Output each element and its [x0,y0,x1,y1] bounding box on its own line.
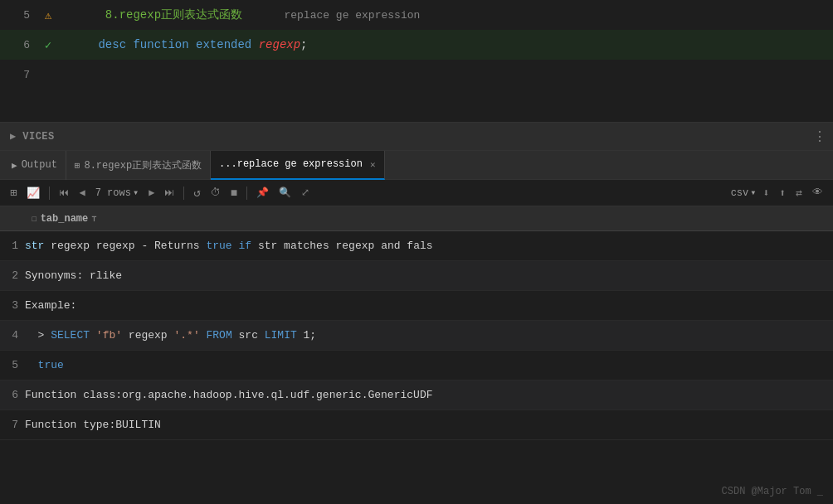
row-count-label: 7 rows [95,187,131,199]
output-tab-icon: ▶ [12,160,17,171]
row-content-3: Example: [25,299,833,312]
watermark: CSDN @Major Tom _ [722,486,823,497]
row-num-4: 4 [0,329,25,342]
col-tab-name-label: tab_name [41,213,89,225]
last-page-btn[interactable]: ⏭ [161,185,178,201]
data-rows: 1 str regexp regexp - Returns true if st… [0,231,833,440]
swap-btn[interactable]: ⇄ [792,185,806,201]
tab-replace[interactable]: ...replace ge expression ✕ [211,151,384,180]
toolbar-sep-1 [49,187,50,200]
line-gutter-6: ✓ [40,38,56,52]
table-row: 2 Synonyms: rlike [0,261,833,291]
row-content-4: > SELECT 'fb' regexp '.*' FROM src LIMIT… [25,329,833,342]
row-num-6: 6 [0,389,25,401]
table-row: 3 Example: [0,291,833,321]
tab-regexp-func[interactable]: ⊞ 8.regexp正则表达式函数 [66,151,211,180]
editor-area: 5 ⚠ 8.regexp正则表达式函数 replace ge expressio… [0,0,833,123]
table-row: 7 Function type:BUILTIN [0,410,833,440]
panel-more-options[interactable]: ⋮ [813,128,826,145]
line-content-6: desc function extended regexp; [56,25,833,65]
tab-output-label: Output [22,159,57,171]
panel-collapse-toggle[interactable]: ▶ [7,128,19,144]
search-btn[interactable]: 🔍 [275,185,295,201]
tab-replace-label: ...replace ge expression [219,158,363,170]
upload-btn[interactable]: ⬆ [776,185,789,201]
csv-dropdown-btn[interactable]: csv ▾ [731,187,757,199]
grid-view-btn[interactable]: ⊞ [7,184,20,201]
kw-extended: extended [196,38,259,51]
table-row: 5 true [0,351,833,380]
download-btn[interactable]: ⬇ [760,185,773,201]
panel-header: ▶ vices ⋮ [0,123,833,151]
table-row: 6 Function class:org.apache.hadoop.hive.… [0,380,833,410]
table-header-row: ☐ tab_name ⊤ [0,206,833,231]
row-content-7: Function type:BUILTIN [25,419,833,431]
col-checkbox[interactable]: ☐ [32,213,37,224]
toolbar-sep-2 [183,187,184,200]
editor-line-6: 6 ✓ desc function extended regexp; [0,30,833,60]
line-gutter-5: ⚠ [40,8,56,22]
replace-text-5: replace ge expression [284,9,420,22]
row-content-6: Function class:org.apache.hadoop.hive.ql… [25,389,833,401]
row-content-2: Synonyms: rlike [25,269,833,282]
csv-dropdown-icon: ▾ [750,187,756,199]
row-count-dropdown[interactable]: ▾ [133,187,139,199]
line-number-5: 5 [7,9,30,22]
first-page-btn[interactable]: ⏮ [56,185,72,201]
result-table: ☐ tab_name ⊤ 1 str regexp regexp - Retur… [0,206,833,504]
prev-page-btn[interactable]: ◀ [76,185,88,201]
bottom-panel: ▶ vices ⋮ ▶ Output ⊞ 8.regexp正则表达式函数 ...… [0,123,833,504]
kw-desc: desc [98,38,133,51]
kw-regexp: regexp [259,38,300,51]
panel-tabs: ▶ Output ⊞ 8.regexp正则表达式函数 ...replace ge… [0,151,833,180]
row-num-5: 5 [0,359,25,371]
col-filter-icon[interactable]: ⊤ [91,214,96,224]
row-num-1: 1 [0,240,25,252]
refresh-btn[interactable]: ↺ [190,184,203,201]
checkmark-icon: ✓ [45,38,51,52]
kw-semi: ; [300,38,307,51]
row-num-7: 7 [0,419,25,431]
row-content-1: str regexp regexp - Returns true if str … [25,240,833,252]
warning-icon: ⚠ [45,8,51,22]
csv-label: csv [731,187,749,199]
pin-btn[interactable]: 📌 [253,185,272,201]
row-content-5: true [25,359,833,371]
line-number-7: 7 [7,69,30,81]
panel-title: vices [22,131,55,143]
row-count: 7 rows ▾ [95,187,139,199]
panel-header-left: ▶ vices [7,128,55,144]
row-num-3: 3 [0,299,25,312]
chart-view-btn[interactable]: 📈 [23,185,43,201]
table-row: 1 str regexp regexp - Returns true if st… [0,231,833,261]
tab-replace-close[interactable]: ✕ [370,159,376,170]
line-number-6: 6 [7,39,30,51]
tab-regexp-label: 8.regexp正则表达式函数 [84,158,202,172]
toolbar-sep-3 [246,187,247,200]
next-page-btn[interactable]: ▶ [145,185,158,201]
comment-text-5: 8.regexp正则表达式函数 [98,8,284,22]
row-num-2: 2 [0,269,25,282]
tab-output[interactable]: ▶ Output [3,151,66,180]
stop-btn[interactable]: ■ [227,185,241,201]
col-header-tab-name: ☐ tab_name ⊤ [25,213,103,225]
expand-btn[interactable]: ⤢ [298,185,313,201]
eye-btn[interactable]: 👁 [809,185,826,201]
kw-function: function [133,38,196,51]
table-row: 4 > SELECT 'fb' regexp '.*' FROM src LIM… [0,321,833,351]
regexp-tab-icon: ⊞ [75,160,80,171]
timer-btn[interactable]: ⏱ [207,185,224,201]
result-toolbar: ⊞ 📈 ⏮ ◀ 7 rows ▾ ▶ ⏭ ↺ ⏱ ■ 📌 🔍 ⤢ csv ▾ ⬇… [0,180,833,206]
